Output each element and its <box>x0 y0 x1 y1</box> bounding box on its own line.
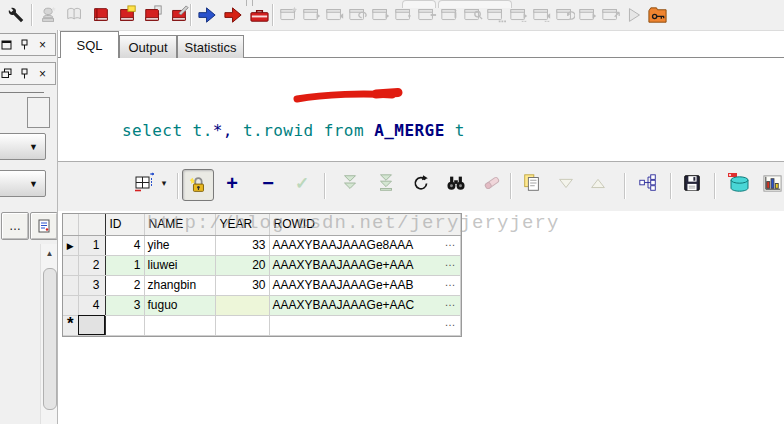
close-icon[interactable]: × <box>37 68 48 79</box>
cell-ellipsis-button[interactable]: … <box>445 276 457 288</box>
window-export-icon[interactable] <box>600 3 622 27</box>
scroll-up-icon[interactable] <box>586 171 610 195</box>
cell-id[interactable]: 4 <box>105 235 144 255</box>
sql-token: select t. <box>122 121 213 140</box>
cell-rowid[interactable]: AAAXYBAAJAAAGe+AAC… <box>269 295 460 315</box>
toolbox-icon[interactable] <box>248 3 270 27</box>
window-undo-icon[interactable] <box>347 3 369 27</box>
sql-token: * <box>213 121 223 140</box>
cell-year[interactable]: 33 <box>215 235 269 255</box>
cell-ellipsis-button[interactable]: … <box>445 296 457 308</box>
scroll-down-icon[interactable] <box>554 171 578 195</box>
save-results-icon[interactable] <box>680 171 704 195</box>
cell-rowid[interactable]: AAAXYBAAJAAAGe+AAA… <box>269 255 460 275</box>
delete-record-icon[interactable]: − <box>256 171 280 195</box>
red-book-note-icon[interactable] <box>116 3 138 27</box>
row-marker-cell <box>63 295 78 315</box>
tab-output[interactable]: Output <box>119 35 177 58</box>
rowid-value: AAAXYBAAJAAAGe+AAA <box>273 258 414 272</box>
window-step-icon[interactable] <box>370 3 392 27</box>
col-header-id[interactable]: ID <box>105 214 144 235</box>
post-record-icon[interactable]: ✓ <box>290 171 314 195</box>
sitemap-icon[interactable] <box>636 171 660 195</box>
window-back-icon[interactable] <box>531 3 553 27</box>
red-book-copy-icon[interactable] <box>142 3 164 27</box>
sql-editor[interactable]: select t.*, t.rowid from A_MERGE t <box>58 58 784 161</box>
edit-lock-button[interactable] <box>182 169 214 201</box>
connection-dropdown[interactable]: ▼ <box>0 133 46 160</box>
cell-year[interactable]: 20 <box>215 255 269 275</box>
blue-arrow-icon[interactable] <box>196 3 218 27</box>
window-rollback-icon[interactable] <box>554 3 576 27</box>
rownum-cell[interactable]: 1 <box>78 235 105 255</box>
cell-name[interactable] <box>144 315 215 335</box>
refresh-icon[interactable] <box>408 171 432 195</box>
cell-ellipsis-button[interactable]: … <box>445 256 457 268</box>
restore-icon[interactable] <box>1 68 12 79</box>
cell-name[interactable]: zhangbin <box>144 275 215 295</box>
add-record-icon[interactable]: + <box>220 171 244 195</box>
window-next-icon[interactable] <box>301 3 323 27</box>
stamp-icon[interactable] <box>38 3 60 27</box>
pin-icon[interactable] <box>19 39 30 50</box>
window-run-icon[interactable] <box>577 3 599 27</box>
cell-id[interactable] <box>105 315 144 335</box>
cell-rowid[interactable]: AAAXYBAAJAAAGe+AAB… <box>269 275 460 295</box>
folder-key-icon[interactable] <box>646 3 668 27</box>
sql-token <box>314 121 324 140</box>
grid-layout-icon[interactable] <box>132 171 156 195</box>
play-icon[interactable] <box>623 3 645 27</box>
wrench-icon[interactable] <box>5 3 27 27</box>
cell-name[interactable]: fuguo <box>144 295 215 315</box>
open-book-icon[interactable] <box>64 3 86 27</box>
scroll-up-icon[interactable]: ▲ <box>41 244 58 262</box>
tab-statistics[interactable]: Statistics <box>177 35 244 58</box>
rownum-cell[interactable]: 4 <box>78 295 105 315</box>
cell-id[interactable]: 1 <box>105 255 144 275</box>
cell-name[interactable]: liuwei <box>144 255 215 275</box>
tab-output-label: Output <box>128 40 167 55</box>
red-book-icon[interactable] <box>90 3 112 27</box>
cell-id[interactable]: 3 <box>105 295 144 315</box>
toolbar-separator <box>31 4 32 26</box>
export-db-icon[interactable] <box>724 171 754 195</box>
window-new-icon[interactable] <box>278 3 300 27</box>
cell-name[interactable]: yihe <box>144 235 215 255</box>
red-book-brush-icon[interactable] <box>168 3 190 27</box>
window-prev-icon[interactable] <box>324 3 346 27</box>
cell-ellipsis-button[interactable]: … <box>445 316 457 328</box>
sidebar-scrollbar[interactable]: ▲ <box>40 244 58 424</box>
results-canvas: ID NAME YEAR ROWID ▶ 1 4 yihe 33 AAAXYBA… <box>58 211 784 424</box>
rowid-value: AAAXYBAAJAAAGe8AAA <box>273 238 414 252</box>
rownum-cell-focused[interactable] <box>78 315 105 335</box>
copy-results-icon[interactable] <box>520 171 544 195</box>
grid-layout-dropdown-icon[interactable]: ▾ <box>158 171 170 195</box>
browse-button[interactable]: … <box>1 212 29 240</box>
scrollbar-thumb[interactable] <box>43 268 57 410</box>
new-record-icon: * <box>67 315 74 333</box>
rownum-cell[interactable]: 2 <box>78 255 105 275</box>
cell-year[interactable]: 30 <box>215 275 269 295</box>
cell-year[interactable] <box>215 315 269 335</box>
eraser-icon[interactable] <box>480 171 504 195</box>
edit-list-button[interactable] <box>30 212 58 240</box>
cell-year-null[interactable] <box>215 295 269 315</box>
cell-id[interactable]: 2 <box>105 275 144 295</box>
cell-rowid[interactable]: AAAXYBAAJAAAGe8AAA… <box>269 235 460 255</box>
red-arrow-icon[interactable] <box>222 3 244 27</box>
close-icon[interactable]: × <box>37 39 48 50</box>
maximize-icon[interactable] <box>1 39 12 50</box>
filter-dropdown[interactable]: ▼ <box>0 170 46 197</box>
fetch-next-icon[interactable] <box>338 171 362 195</box>
cell-ellipsis-button[interactable]: … <box>445 236 457 248</box>
sql-token: rowid <box>263 121 313 140</box>
find-icon[interactable] <box>444 171 468 195</box>
chart-icon[interactable] <box>760 171 784 195</box>
rownum-cell[interactable]: 3 <box>78 275 105 295</box>
cell-rowid[interactable]: … <box>269 315 460 335</box>
table-row: 4 3 fuguo AAAXYBAAJAAAGe+AAC… <box>63 295 460 315</box>
fetch-all-icon[interactable] <box>374 171 398 195</box>
rowid-value: AAAXYBAAJAAAGe+AAC <box>273 298 415 312</box>
pin-icon[interactable] <box>19 68 30 79</box>
tab-sql[interactable]: SQL <box>60 31 119 58</box>
